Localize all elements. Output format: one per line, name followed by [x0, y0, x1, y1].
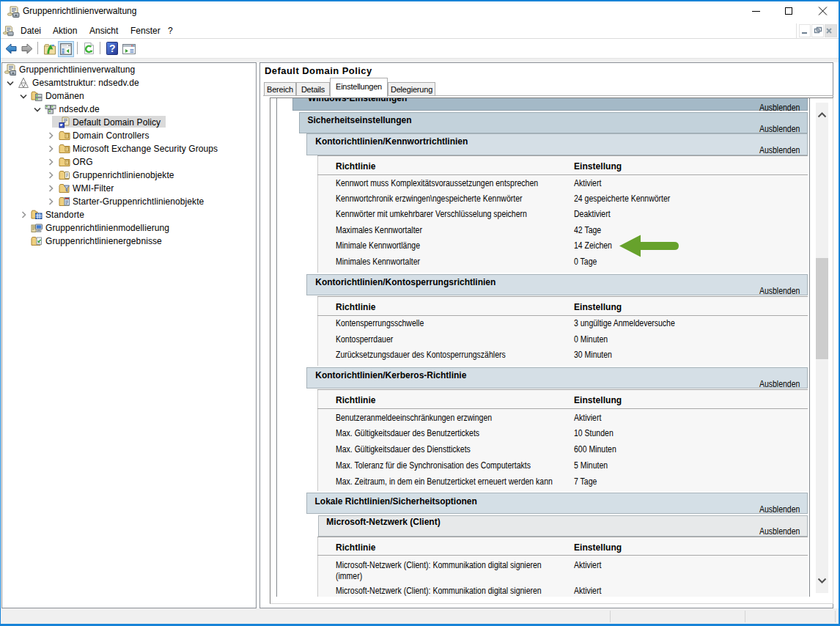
svg-text:?: ? [109, 43, 116, 54]
